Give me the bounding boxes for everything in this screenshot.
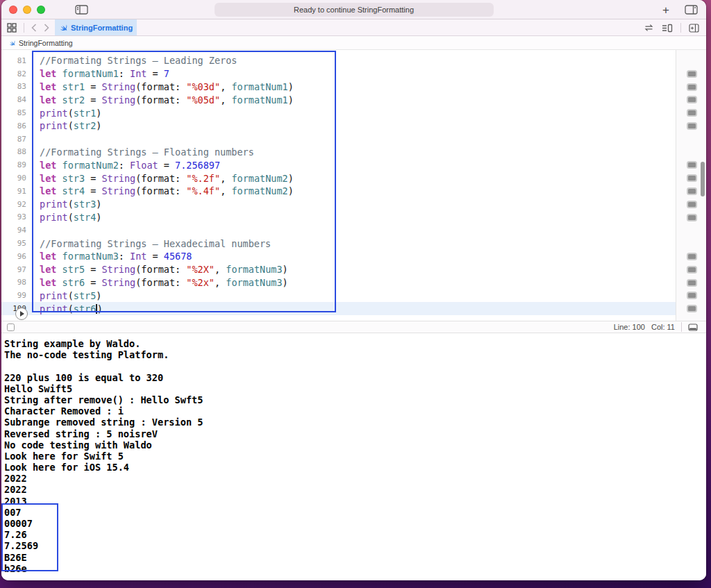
show-result-button[interactable] <box>687 70 697 78</box>
line-number: 82 <box>1 69 31 78</box>
code-line-text: let formatNum1: Int = 7 <box>31 68 169 79</box>
show-result-button[interactable] <box>687 266 697 274</box>
editor-scrollbar[interactable] <box>701 162 705 196</box>
new-tab-button[interactable]: + <box>662 4 669 16</box>
console-line: Character Removed : i <box>4 405 706 417</box>
editor-options-icon[interactable] <box>662 24 673 33</box>
code-line-text: let str6 = String(format: "%2x", formatN… <box>31 277 288 288</box>
toggle-console-icon[interactable] <box>688 324 698 331</box>
console-line: Subrange removed string : Version 5 <box>4 417 706 428</box>
code-line[interactable]: 87 <box>1 133 676 146</box>
code-line[interactable]: 84let str2 = String(format: "%05d", form… <box>1 93 676 106</box>
code-line-text: print(str3) <box>31 199 101 210</box>
code-line[interactable]: 86print(str2) <box>1 119 676 133</box>
code-line[interactable]: 95//Formating Strings – Hexadecimal numb… <box>1 237 676 250</box>
tab-label: StringFormatting <box>71 24 133 32</box>
separator <box>681 322 682 332</box>
show-result-button[interactable] <box>687 122 697 130</box>
console-lines: String example by Waldo.The no-code test… <box>4 338 706 574</box>
show-result-button[interactable] <box>687 253 697 260</box>
console-line: String example by Waldo. <box>4 338 706 349</box>
jump-bar[interactable]: StringFormatting <box>1 36 706 50</box>
console-line: B26E <box>4 552 706 563</box>
console-line: 007 <box>4 507 706 518</box>
show-result-button[interactable] <box>687 305 697 312</box>
line-number: 95 <box>1 239 31 248</box>
toggle-navigator-icon[interactable] <box>75 5 88 15</box>
show-result-button[interactable] <box>687 279 697 287</box>
activity-status: Ready to continue StringFormatting <box>215 3 494 17</box>
zoom-window-button[interactable] <box>37 6 45 14</box>
line-number: 92 <box>1 200 31 209</box>
go-forward-icon[interactable] <box>44 24 49 32</box>
swap-editor-icon[interactable] <box>644 24 654 32</box>
code-line[interactable]: 82let formatNum1: Int = 7 <box>1 67 676 81</box>
code-line[interactable]: 97let str5 = String(format: "%2X", forma… <box>1 263 676 276</box>
code-line-text: let str5 = String(format: "%2X", formatN… <box>31 264 288 275</box>
show-result-button[interactable] <box>687 292 697 299</box>
code-line[interactable]: 98let str6 = String(format: "%2x", forma… <box>1 276 676 289</box>
code-line-text: print(str4) <box>31 212 101 223</box>
code-line[interactable]: 99print(str5) <box>1 289 676 302</box>
code-line-text: let formatNum2: Float = 7.256897 <box>31 160 220 171</box>
console-line: 7.26 <box>4 529 706 540</box>
line-number: 97 <box>1 265 31 274</box>
source-editor[interactable]: 81//Formating Strings – Leading Zeros82l… <box>1 50 706 321</box>
show-result-button[interactable] <box>687 201 697 208</box>
code-line[interactable]: 85print(str1) <box>1 106 676 119</box>
line-number: 94 <box>1 226 31 235</box>
code-line[interactable]: 96let formatNum3: Int = 45678 <box>1 250 676 263</box>
console-line: 2022 <box>4 473 706 484</box>
close-window-button[interactable] <box>9 6 17 14</box>
stop-execution-checkbox[interactable] <box>7 324 15 331</box>
debug-console[interactable]: String example by Waldo.The no-code test… <box>1 333 706 580</box>
line-number: 83 <box>1 82 31 91</box>
code-line[interactable]: 88//Formating Strings – Floating numbers <box>1 146 676 159</box>
tab-stringformatting[interactable]: StringFormatting <box>55 19 137 35</box>
show-result-button[interactable] <box>687 109 697 117</box>
code-line[interactable]: 91let str4 = String(format: "%.4f", form… <box>1 185 676 198</box>
line-number: 89 <box>1 160 31 169</box>
console-line: 2022 <box>4 484 706 495</box>
code-line-text: let str3 = String(format: "%.2f", format… <box>31 173 294 184</box>
code-line-text: print(str1) <box>31 108 101 119</box>
code-line[interactable]: 93print(str4) <box>1 211 676 224</box>
code-lines: 81//Formating Strings – Leading Zeros82l… <box>1 50 676 321</box>
cursor-line-indicator: Line: 100 <box>614 323 645 331</box>
code-line[interactable]: 92print(str3) <box>1 198 676 211</box>
show-result-button[interactable] <box>687 83 697 91</box>
console-line: 2013 <box>4 496 706 507</box>
show-result-button[interactable] <box>687 174 697 182</box>
code-line-text: print(str6) <box>31 303 103 314</box>
code-line[interactable]: 90let str3 = String(format: "%.2f", form… <box>1 171 676 185</box>
show-result-button[interactable] <box>687 161 697 169</box>
run-playground-button[interactable] <box>15 308 28 320</box>
show-result-button[interactable] <box>687 214 697 221</box>
add-editor-icon[interactable] <box>689 24 699 33</box>
code-line-text: print(str2) <box>31 120 101 131</box>
code-line[interactable]: 94 <box>1 224 676 237</box>
title-bar: Ready to continue StringFormatting + <box>1 0 706 19</box>
line-number: 86 <box>1 121 31 131</box>
toggle-inspector-icon[interactable] <box>685 5 698 15</box>
code-line-text: let formatNum3: Int = 45678 <box>31 251 192 262</box>
code-line[interactable]: 83let str1 = String(format: "%03d", form… <box>1 81 676 94</box>
console-line: No code testing with Waldo <box>4 439 706 451</box>
swift-file-icon <box>59 24 67 32</box>
code-line[interactable]: 89let formatNum2: Float = 7.256897 <box>1 158 676 171</box>
show-result-button[interactable] <box>687 96 697 103</box>
tab-overview-icon[interactable] <box>7 23 17 33</box>
swift-file-icon <box>8 40 15 47</box>
line-number: 88 <box>1 147 31 156</box>
console-line <box>4 360 706 371</box>
console-line: Look here for Swift 5 <box>4 451 706 462</box>
breadcrumb: StringFormatting <box>19 39 73 47</box>
go-back-icon[interactable] <box>31 24 37 32</box>
code-line[interactable]: 100print(str6) <box>1 302 676 315</box>
console-line: 220 plus 100 is equal to 320 <box>4 372 706 383</box>
minimize-window-button[interactable] <box>23 6 31 14</box>
line-number: 84 <box>1 95 31 104</box>
code-line[interactable]: 81//Formating Strings – Leading Zeros <box>1 54 676 67</box>
show-result-button[interactable] <box>687 187 697 195</box>
line-number: 85 <box>1 108 31 117</box>
